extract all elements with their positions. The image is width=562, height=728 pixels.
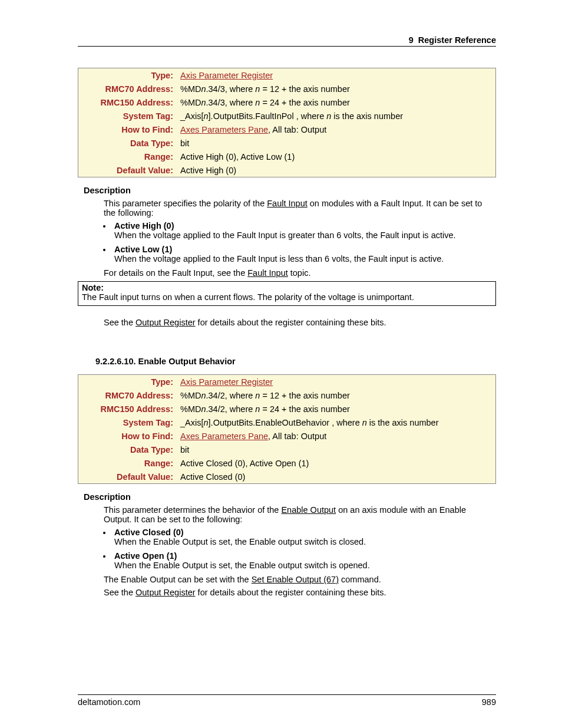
list-item: Active Closed (0) When the Enable Output…	[112, 528, 496, 546]
param-table-fault-input-polarity: Type: Axis Parameter Register RMC70 Addr…	[78, 68, 496, 177]
row-key: Data Type:	[78, 443, 177, 456]
note-body: The Fault input turns on when a current …	[82, 292, 492, 302]
description-intro: This parameter specifies the polarity of…	[104, 199, 496, 218]
row-key: Range:	[78, 150, 177, 163]
row-val: %MDn.34/3, where n = 12 + the axis numbe…	[177, 82, 496, 95]
row-key: How to Find:	[78, 123, 177, 136]
axis-param-register-link[interactable]: Axis Parameter Register	[180, 377, 273, 387]
row-key: RMC70 Address:	[78, 82, 177, 95]
row-val: Axes Parameters Pane, All tab: Output	[177, 429, 496, 443]
row-val: %MDn.34/2, where n = 12 + the axis numbe…	[177, 388, 496, 402]
description-list: Active High (0) When the voltage applied…	[112, 221, 496, 263]
row-val: _Axis[n].OutputBits.EnableOutBehavior , …	[177, 416, 496, 429]
row-key: Data Type:	[78, 136, 177, 150]
axis-param-register-link[interactable]: Axis Parameter Register	[180, 71, 273, 80]
description-heading: Description	[84, 492, 496, 502]
chapter-num: 9	[409, 35, 414, 45]
description-intro: This parameter determines the behavior o…	[104, 505, 496, 524]
row-val: Active High (0), Active Low (1)	[177, 150, 496, 163]
row-key: Type:	[78, 68, 177, 83]
row-val: Active Closed (0)	[177, 470, 496, 484]
list-item-body: When the Enable Output is set, the Enabl…	[114, 561, 496, 570]
see-also: See the Output Register for details abou…	[104, 588, 496, 597]
enable-output-command-line: The Enable Output can be set with the Se…	[104, 575, 496, 584]
fault-input-topic-link[interactable]: Fault Input	[247, 268, 288, 278]
row-key: System Tag:	[78, 109, 177, 123]
set-enable-output-link[interactable]: Set Enable Output (67)	[252, 575, 339, 584]
note-head: Note:	[82, 283, 492, 292]
row-val: bit	[177, 443, 496, 456]
note-box: Note: The Fault input turns on when a cu…	[78, 281, 496, 306]
row-key: Type:	[78, 375, 177, 389]
see-also: See the Output Register for details abou…	[104, 318, 496, 327]
list-item: Active Low (1) When the voltage applied …	[112, 245, 496, 263]
list-item-head: Active Low (1)	[114, 245, 172, 254]
list-item-head: Active Closed (0)	[114, 528, 184, 537]
enable-output-link[interactable]: Enable Output	[281, 505, 336, 515]
row-val: Axis Parameter Register	[177, 68, 496, 83]
row-val: %MDn.34/3, where n = 24 + the axis numbe…	[177, 95, 496, 109]
row-val: Active Closed (0), Active Open (1)	[177, 456, 496, 470]
param-table-enable-output-behavior: Type: Axis Parameter Register RMC70 Addr…	[78, 374, 496, 484]
page: 9 Register Reference Type: Axis Paramete…	[0, 0, 562, 728]
output-register-link[interactable]: Output Register	[135, 588, 196, 597]
page-header: 9 Register Reference	[78, 35, 496, 47]
row-key: Default Value:	[78, 470, 177, 484]
row-key: How to Find:	[78, 429, 177, 443]
list-item-body: When the voltage applied to the Fault In…	[114, 230, 496, 240]
list-item-body: When the Enable Output is set, the Enabl…	[114, 537, 496, 546]
row-key: RMC70 Address:	[78, 388, 177, 402]
row-val: Axes Parameters Pane, All tab: Output	[177, 123, 496, 136]
output-register-link[interactable]: Output Register	[135, 318, 196, 327]
fault-input-link[interactable]: Fault Input	[267, 199, 308, 208]
page-footer: deltamotion.com 989	[78, 694, 496, 707]
row-val: _Axis[n].OutputBits.FaultInPol , where n…	[177, 109, 496, 123]
row-val: bit	[177, 136, 496, 150]
axes-parameters-pane-link[interactable]: Axes Parameters Pane	[180, 431, 268, 441]
row-key: System Tag:	[78, 416, 177, 429]
description-list: Active Closed (0) When the Enable Output…	[112, 528, 496, 570]
row-val: Axis Parameter Register	[177, 375, 496, 389]
list-item: Active High (0) When the voltage applied…	[112, 221, 496, 240]
row-key: Range:	[78, 456, 177, 470]
subsection-heading: 9.2.2.6.10. Enable Output Behavior	[95, 357, 496, 366]
description-tail: For details on the Fault Input, see the …	[104, 268, 496, 278]
chapter-title: Register Reference	[418, 35, 496, 45]
row-key: RMC150 Address:	[78, 95, 177, 109]
footer-site: deltamotion.com	[78, 697, 140, 707]
list-item-head: Active High (0)	[114, 221, 174, 230]
list-item-body: When the voltage applied to the Fault In…	[114, 254, 496, 263]
axes-parameters-pane-link[interactable]: Axes Parameters Pane	[180, 125, 268, 134]
list-item: Active Open (1) When the Enable Output i…	[112, 551, 496, 570]
list-item-head: Active Open (1)	[114, 551, 177, 561]
description-heading: Description	[84, 186, 496, 195]
row-key: RMC150 Address:	[78, 402, 177, 416]
row-val: %MDn.34/2, where n = 24 + the axis numbe…	[177, 402, 496, 416]
footer-page-number: 989	[482, 697, 496, 707]
row-key: Default Value:	[78, 163, 177, 177]
row-val: Active High (0)	[177, 163, 496, 177]
